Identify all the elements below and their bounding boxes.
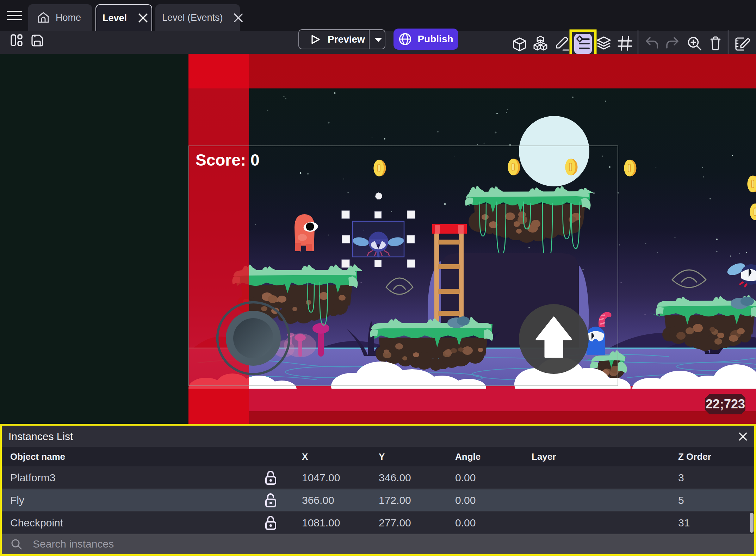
svg-text:22;723: 22;723 [706,397,745,411]
svg-text:Score: 0: Score: 0 [196,151,260,169]
